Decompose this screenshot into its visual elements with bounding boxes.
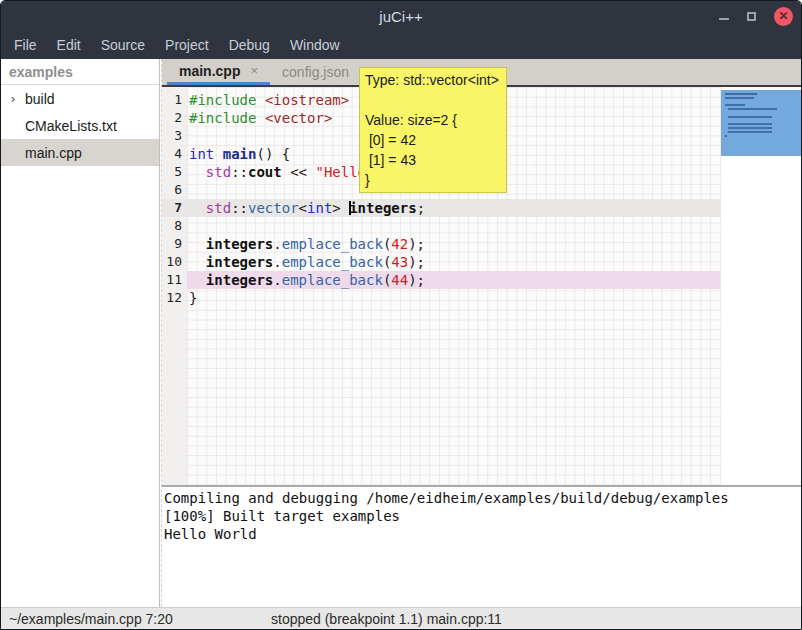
code-line-7[interactable]: std::vector<int> integers; xyxy=(187,199,721,217)
terminal-line: Hello World xyxy=(164,525,801,543)
code-token: ); xyxy=(408,236,425,252)
code-line-9[interactable]: integers.emplace_back(42); xyxy=(187,235,721,253)
code-token xyxy=(189,164,206,180)
source-map xyxy=(721,87,802,485)
code-line-11[interactable]: integers.emplace_back(44); xyxy=(187,271,721,289)
code-token: () { xyxy=(256,146,290,162)
code-token: int xyxy=(189,146,214,162)
title-bar[interactable]: juCi++ ✕ xyxy=(1,1,801,31)
menu-item-file[interactable]: File xyxy=(4,32,47,58)
source-map-line xyxy=(728,131,772,133)
tooltip-line xyxy=(365,90,501,110)
status-debug-state: stopped (breakpoint 1.1) main.cpp:11 xyxy=(271,611,502,627)
restore-icon[interactable] xyxy=(747,12,756,21)
tab-close-icon[interactable]: × xyxy=(250,63,258,78)
code-line-8[interactable] xyxy=(187,217,721,235)
code-token: :: xyxy=(231,200,248,216)
source-map-line xyxy=(728,108,777,110)
tooltip-line: Value: size=2 { xyxy=(365,110,501,130)
tab-config-json[interactable]: config.json xyxy=(270,59,361,85)
source-map-line xyxy=(725,135,727,137)
gutter-line-number[interactable]: 2 xyxy=(162,109,187,127)
build-terminal[interactable]: Compiling and debugging /home/eidheim/ex… xyxy=(162,487,802,607)
code-token: < xyxy=(299,200,307,216)
source-map-line xyxy=(728,116,772,118)
code-token: :: xyxy=(231,164,248,180)
tab-main-cpp[interactable]: main.cpp× xyxy=(167,59,270,85)
terminal-line: [100%] Built target examples xyxy=(164,507,801,525)
code-token: 44 xyxy=(391,272,408,288)
code-token: << xyxy=(282,164,316,180)
code-token: integers xyxy=(349,200,416,216)
code-token: ); xyxy=(408,272,425,288)
sidebar-item-cmakelists-txt[interactable]: CMakeLists.txt xyxy=(1,112,159,139)
code-token: } xyxy=(189,290,197,306)
gutter-line-number[interactable]: 5 xyxy=(162,163,187,181)
menu-item-edit[interactable]: Edit xyxy=(47,32,91,58)
status-bar: ~/examples/main.cpp 7:20 stopped (breakp… xyxy=(1,607,801,630)
code-token xyxy=(189,254,206,270)
source-map-line xyxy=(728,127,772,129)
menu-item-source[interactable]: Source xyxy=(91,32,155,58)
source-map-slider[interactable] xyxy=(721,90,801,156)
code-token: emplace_back xyxy=(282,272,383,288)
gutter-line-number[interactable]: 9 xyxy=(162,235,187,253)
code-token: integers xyxy=(206,272,273,288)
code-token: ); xyxy=(408,254,425,270)
code-token: integers xyxy=(206,236,273,252)
sidebar-item-main-cpp[interactable]: main.cpp xyxy=(1,139,159,166)
gutter-line-number[interactable]: 6 xyxy=(162,181,187,199)
tab-label: config.json xyxy=(282,64,349,80)
source-map-line xyxy=(725,93,757,95)
tab-label: main.cpp xyxy=(179,63,240,79)
code-token: 42 xyxy=(391,236,408,252)
line-number-gutter[interactable]: 123456789101112 xyxy=(162,87,187,485)
code-token xyxy=(189,272,206,288)
code-token: std xyxy=(206,200,231,216)
file-label: CMakeLists.txt xyxy=(25,118,117,134)
code-token: emplace_back xyxy=(282,254,383,270)
menu-bar: FileEditSourceProjectDebugWindow xyxy=(1,31,801,59)
code-token: main xyxy=(223,146,257,162)
code-line-12[interactable]: } xyxy=(187,289,721,307)
code-token: #include xyxy=(189,110,256,126)
code-line-10[interactable]: integers.emplace_back(43); xyxy=(187,253,721,271)
tooltip-line: } xyxy=(365,170,501,190)
tooltip-line: [0] = 42 xyxy=(365,130,501,150)
gutter-line-number[interactable]: 12 xyxy=(162,289,187,307)
gutter-line-number[interactable]: 10 xyxy=(162,253,187,271)
code-token xyxy=(189,236,206,252)
code-token: > xyxy=(332,200,349,216)
minimize-icon[interactable] xyxy=(719,18,729,20)
gutter-line-number[interactable]: 11 xyxy=(162,271,187,289)
code-token: . xyxy=(273,254,281,270)
gutter-line-number[interactable]: 8 xyxy=(162,217,187,235)
code-token xyxy=(256,110,264,126)
gutter-line-number[interactable]: 3 xyxy=(162,127,187,145)
gutter-line-number[interactable]: 4 xyxy=(162,145,187,163)
tooltip-line: Type: std::vector<int> xyxy=(365,70,501,90)
code-token xyxy=(189,200,206,216)
menu-item-debug[interactable]: Debug xyxy=(219,32,280,58)
chevron-right-icon[interactable]: › xyxy=(1,92,25,106)
close-icon[interactable]: ✕ xyxy=(774,7,793,26)
code-token: ; xyxy=(417,200,425,216)
window-controls: ✕ xyxy=(719,1,793,31)
source-map-line xyxy=(725,104,745,106)
menu-item-project[interactable]: Project xyxy=(155,32,219,58)
code-token: 43 xyxy=(391,254,408,270)
file-label: main.cpp xyxy=(25,145,82,161)
code-token: emplace_back xyxy=(282,236,383,252)
code-token: cout xyxy=(248,164,282,180)
gutter-line-number[interactable]: 1 xyxy=(162,91,187,109)
gutter-line-number[interactable]: 7 xyxy=(162,199,187,217)
sidebar-item-build[interactable]: ›build xyxy=(1,85,159,112)
code-token: . xyxy=(273,236,281,252)
code-token: #include xyxy=(189,92,256,108)
code-token xyxy=(214,146,222,162)
menu-item-window[interactable]: Window xyxy=(280,32,350,58)
terminal-line: Compiling and debugging /home/eidheim/ex… xyxy=(164,489,801,507)
debug-value-tooltip: Type: std::vector<int> Value: size=2 { [… xyxy=(359,67,507,193)
code-token: int xyxy=(307,200,332,216)
code-token xyxy=(256,92,264,108)
